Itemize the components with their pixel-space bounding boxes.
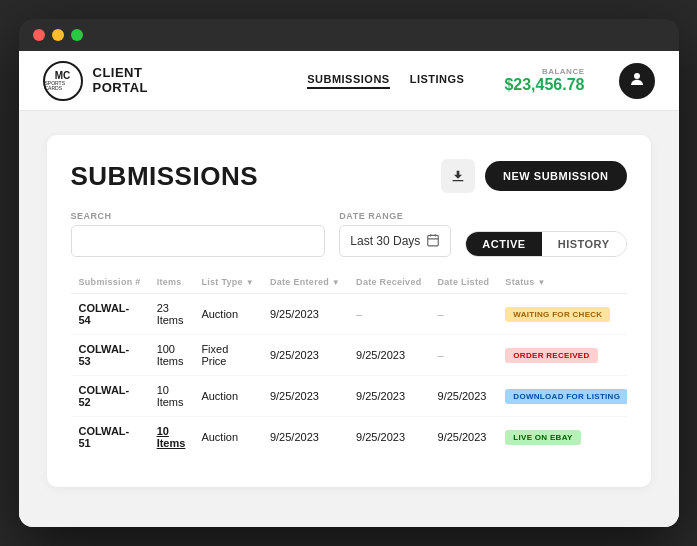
cell-date: 9/25/2023	[430, 417, 498, 458]
browser-titlebar	[19, 19, 679, 51]
avatar-button[interactable]	[619, 63, 655, 99]
cell-dash: –	[430, 335, 498, 376]
search-section: SEARCH	[71, 211, 326, 257]
page-title: SUBMISSIONS	[71, 161, 259, 192]
logo-title-line1: CLIENT	[93, 66, 148, 80]
col-date-entered: Date Entered ▼	[262, 271, 348, 294]
col-date-listed: Date Listed	[430, 271, 498, 294]
submissions-table: Submission # Items List Type ▼ Date Ente…	[71, 271, 627, 457]
cell-status: DOWNLOAD FOR LISTING	[497, 376, 626, 417]
cell-status: LIVE ON EBAY	[497, 417, 626, 458]
cell-date: 9/25/2023	[348, 335, 429, 376]
col-items: Items	[149, 271, 194, 294]
col-date-received: Date Received	[348, 271, 429, 294]
download-button[interactable]	[441, 159, 475, 193]
col-list-type: List Type ▼	[193, 271, 262, 294]
table-row: COLWAL-52 10 Items Auction 9/25/2023 9/2…	[71, 376, 627, 417]
balance-amount: $23,456.78	[504, 76, 584, 94]
date-range-section: DATE RANGE Last 30 Days	[339, 211, 451, 257]
app-content: MC SPORTS CARDS CLIENT PORTAL SUBMISSION…	[19, 51, 679, 527]
cell-list-type: Auction	[193, 294, 262, 335]
logo-mc-text: MC	[55, 71, 71, 81]
items-link[interactable]: 10 Items	[157, 425, 186, 449]
status-badge: LIVE ON EBAY	[505, 430, 580, 445]
cell-list-type: Fixed Price	[193, 335, 262, 376]
cell-date: 9/25/2023	[430, 376, 498, 417]
calendar-icon	[426, 233, 440, 250]
cell-list-type: Auction	[193, 376, 262, 417]
tab-history-button[interactable]: HISTORY	[542, 232, 626, 256]
cell-status: ORDER RECEIVED	[497, 335, 626, 376]
table-header-row: Submission # Items List Type ▼ Date Ente…	[71, 271, 627, 294]
page-card: SUBMISSIONS NEW SUBMISSION SEARCH	[47, 135, 651, 487]
search-input[interactable]	[71, 225, 326, 257]
balance-section: BALANCE $23,456.78	[504, 67, 584, 94]
cell-date-entered: 9/25/2023	[262, 417, 348, 458]
header-nav: SUBMISSIONS LISTINGS BALANCE $23,456.78	[307, 63, 654, 99]
cell-items: 23 Items	[149, 294, 194, 335]
logo-title-line2: PORTAL	[93, 81, 148, 95]
cell-submission-id: COLWAL-53	[71, 335, 149, 376]
logo-sub-text: SPORTS CARDS	[45, 81, 81, 91]
cell-status: WAITING FOR CHECK	[497, 294, 626, 335]
col-submission-num: Submission #	[71, 271, 149, 294]
tab-buttons: ACTIVE HISTORY	[465, 231, 626, 257]
filters-row: SEARCH DATE RANGE Last 30 Days	[71, 211, 627, 257]
nav-submissions[interactable]: SUBMISSIONS	[307, 73, 390, 89]
maximize-dot[interactable]	[71, 29, 83, 41]
tab-active-button[interactable]: ACTIVE	[466, 232, 541, 256]
avatar-icon	[628, 70, 646, 92]
cell-items: 100 Items	[149, 335, 194, 376]
table-row: COLWAL-54 23 Items Auction 9/25/2023 – –…	[71, 294, 627, 335]
date-range-value: Last 30 Days	[350, 234, 420, 248]
cell-dash: –	[348, 294, 429, 335]
new-submission-button[interactable]: NEW SUBMISSION	[485, 161, 626, 191]
cell-dash: –	[430, 294, 498, 335]
logo-text: CLIENT PORTAL	[93, 66, 148, 95]
status-badge: DOWNLOAD FOR LISTING	[505, 389, 626, 404]
date-range-label: DATE RANGE	[339, 211, 451, 221]
nav-listings[interactable]: LISTINGS	[410, 73, 465, 89]
cell-date-entered: 9/25/2023	[262, 376, 348, 417]
cell-submission-id: COLWAL-51	[71, 417, 149, 458]
cell-items: 10 Items	[149, 376, 194, 417]
cell-list-type: Auction	[193, 417, 262, 458]
header-actions: NEW SUBMISSION	[441, 159, 626, 193]
status-badge: WAITING FOR CHECK	[505, 307, 610, 322]
main-content: SUBMISSIONS NEW SUBMISSION SEARCH	[19, 111, 679, 527]
table-row: COLWAL-51 10 Items Auction 9/25/2023 9/2…	[71, 417, 627, 458]
submissions-header: SUBMISSIONS NEW SUBMISSION	[71, 159, 627, 193]
cell-submission-id: COLWAL-52	[71, 376, 149, 417]
minimize-dot[interactable]	[52, 29, 64, 41]
status-badge: ORDER RECEIVED	[505, 348, 597, 363]
search-label: SEARCH	[71, 211, 326, 221]
cell-date: 9/25/2023	[348, 417, 429, 458]
app-header: MC SPORTS CARDS CLIENT PORTAL SUBMISSION…	[19, 51, 679, 111]
balance-label: BALANCE	[542, 67, 585, 76]
cell-date-entered: 9/25/2023	[262, 294, 348, 335]
browser-window: MC SPORTS CARDS CLIENT PORTAL SUBMISSION…	[19, 19, 679, 527]
cell-items: 10 Items	[149, 417, 194, 458]
cell-date: 9/25/2023	[348, 376, 429, 417]
close-dot[interactable]	[33, 29, 45, 41]
cell-submission-id: COLWAL-54	[71, 294, 149, 335]
svg-point-0	[634, 73, 640, 79]
logo-area: MC SPORTS CARDS CLIENT PORTAL	[43, 61, 148, 101]
cell-date-entered: 9/25/2023	[262, 335, 348, 376]
logo-circle: MC SPORTS CARDS	[43, 61, 83, 101]
date-range-picker[interactable]: Last 30 Days	[339, 225, 451, 257]
table-row: COLWAL-53 100 Items Fixed Price 9/25/202…	[71, 335, 627, 376]
svg-rect-1	[428, 235, 439, 246]
col-status: Status ▼	[497, 271, 626, 294]
